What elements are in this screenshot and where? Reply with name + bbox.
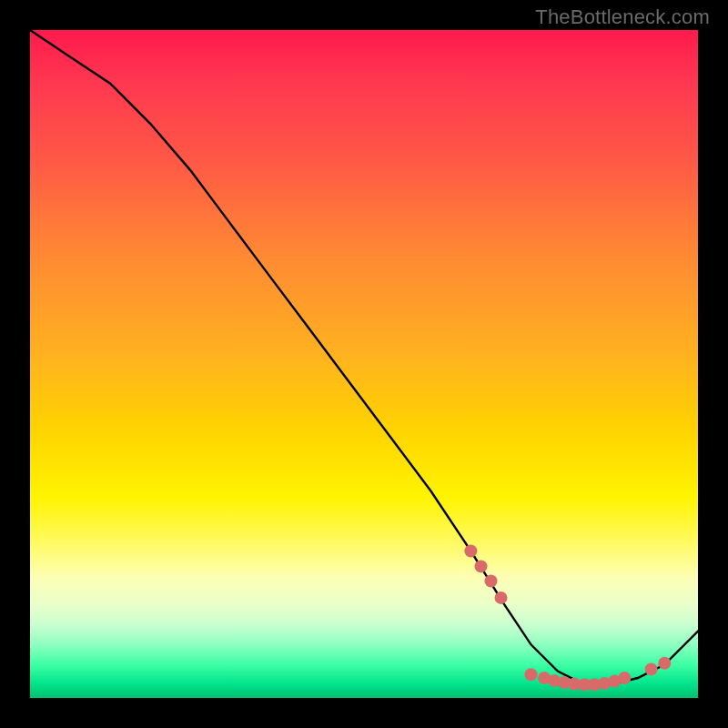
curve-marker [618, 672, 631, 684]
watermark-text: TheBottleneck.com [535, 5, 710, 29]
curve-marker [645, 662, 658, 675]
curve-marker [525, 668, 538, 681]
curve-marker [475, 560, 488, 572]
curve-marker [485, 575, 498, 588]
curve-svg [30, 30, 698, 698]
plot-area [30, 30, 698, 698]
curve-marker [464, 545, 477, 558]
curve-marker [495, 592, 508, 604]
curve-marker [658, 657, 671, 670]
chart-frame: TheBottleneck.com [0, 0, 728, 728]
curve-markers [464, 545, 671, 692]
bottleneck-curve [30, 30, 698, 684]
